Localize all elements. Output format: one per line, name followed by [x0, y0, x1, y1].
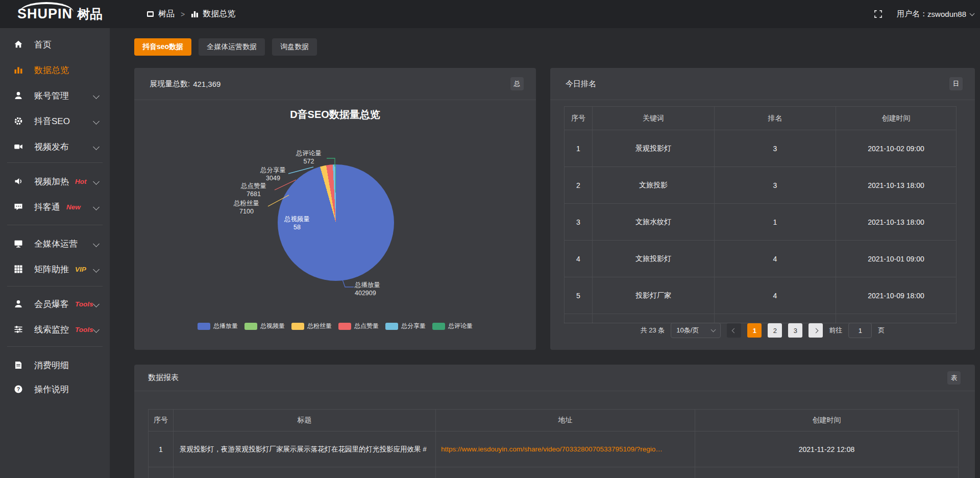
sidebar-item-instructions[interactable]: ? 操作说明	[0, 376, 110, 402]
chevron-down-icon	[93, 178, 100, 185]
page-size-select[interactable]: 10条/页	[671, 323, 721, 338]
col-rank: 排名	[715, 107, 836, 130]
breadcrumb-current[interactable]: 数据总览	[203, 9, 235, 19]
pie-label-fans: 总粉丝量7100	[229, 200, 264, 216]
sidebar-item-consumption[interactable]: 消费明细	[0, 352, 110, 378]
report-panel-header: 数据报表	[134, 365, 975, 391]
col-created: 创建时间	[695, 410, 959, 432]
pie-label-shares: 总分享量3049	[257, 166, 289, 182]
user-caret-icon	[970, 11, 975, 16]
video-title: 景观投影灯，夜游景观投影灯厂家展示展示落花灯在花园里的灯光投影应用效果 #	[174, 432, 436, 467]
chevron-down-icon	[93, 266, 100, 273]
breadcrumb-separator: >	[181, 10, 185, 18]
sidebar-item-label: 会员爆客	[34, 298, 69, 310]
sidebar-divider	[7, 346, 103, 347]
sidebar-item-clue-monitor[interactable]: 线索监控 Tools	[0, 317, 110, 342]
sidebar-item-label: 消费明细	[34, 360, 69, 371]
tab-inquiry-data[interactable]: 询盘数据	[272, 38, 317, 56]
report-panel: 数据报表 表 序号 标题 地址 创建时间 1 景观投影灯，夜游景观投影灯厂家展示…	[134, 365, 975, 478]
page-2-button[interactable]: 2	[768, 323, 782, 338]
tab-douyin-seo-data[interactable]: 抖音seo数据	[134, 38, 191, 56]
gear-icon	[14, 116, 23, 126]
pie-label-comments: 总评论量572	[291, 150, 326, 165]
ranking-title: 今日排名	[566, 79, 596, 89]
fullscreen-icon[interactable]	[874, 10, 883, 18]
col-created: 创建时间	[836, 107, 957, 130]
sidebar: 首页 数据总览 账号管理 抖音SEO 视频发布 视频加热 Hot 抖客通 New…	[0, 28, 110, 478]
new-badge: New	[66, 203, 81, 211]
table-row: 1景观投影灯32021-10-02 09:00	[565, 130, 957, 167]
vip-badge: VIP	[75, 266, 86, 273]
app-logo: SHUPIN 树品	[17, 6, 103, 22]
sidebar-item-home[interactable]: 首页	[0, 32, 110, 57]
heat-speaker-icon	[14, 177, 23, 186]
page-1-button[interactable]: 1	[747, 323, 762, 338]
ranking-table: 序号 关键词 排名 创建时间 1景观投影灯32021-10-02 09:00 2…	[564, 106, 957, 323]
breadcrumb-root[interactable]: 树品	[158, 9, 175, 19]
sidebar-item-label: 线索监控	[34, 324, 69, 336]
goto-label: 前往	[829, 326, 842, 335]
breadcrumb: 树品 > 数据总览	[146, 0, 235, 28]
sidebar-divider	[7, 162, 103, 163]
sidebar-item-video-heat[interactable]: 视频加热 Hot	[0, 169, 110, 194]
member-icon	[14, 299, 23, 308]
col-keyword: 关键词	[593, 107, 715, 130]
page-3-button[interactable]: 3	[788, 323, 802, 338]
sidebar-item-data-overview[interactable]: 数据总览	[0, 57, 110, 83]
svg-text:?: ?	[17, 386, 20, 392]
prev-page-button[interactable]	[727, 323, 741, 338]
sidebar-item-label: 账号管理	[34, 90, 69, 102]
logo-arc	[19, 2, 74, 12]
chevron-down-icon	[93, 118, 100, 125]
sidebar-item-douyin-seo[interactable]: 抖音SEO	[0, 108, 110, 134]
user-menu[interactable]: 用户名： zswodun88	[897, 9, 974, 19]
col-title: 标题	[174, 410, 436, 432]
video-link[interactable]: https://www.iesdouyin.com/share/video/70…	[441, 445, 663, 453]
username-label: 用户名：	[897, 9, 927, 19]
sidebar-item-account[interactable]: 账号管理	[0, 83, 110, 108]
table-row: 3文旅水纹灯12021-10-13 18:00	[565, 204, 957, 241]
user-icon	[14, 91, 23, 100]
table-row: 1 景观投影灯，夜游景观投影灯厂家展示展示落花灯在花园里的灯光投影应用效果 # …	[149, 432, 959, 467]
sidebar-item-label: 抖音SEO	[34, 115, 70, 127]
sidebar-item-member[interactable]: 会员爆客 Tools	[0, 291, 110, 317]
table-row: 4文旅投影灯42021-10-01 09:00	[565, 241, 957, 277]
pie-label-videos: 总视频量58	[281, 216, 313, 231]
sidebar-divider	[7, 286, 103, 286]
sliders-icon	[14, 325, 23, 334]
chevron-right-icon	[813, 328, 818, 333]
tab-media-operation-data[interactable]: 全媒体运营数据	[199, 38, 265, 56]
report-table: 序号 标题 地址 创建时间 1 景观投影灯，夜游景观投影灯厂家展示展示落花灯在花…	[148, 409, 959, 478]
table-header-row: 序号 标题 地址 创建时间	[149, 410, 959, 432]
sidebar-item-video-publish[interactable]: 视频发布	[0, 134, 110, 159]
chevron-down-icon	[93, 326, 100, 333]
sidebar-item-label: 视频加热	[34, 176, 69, 187]
grid-icon	[14, 265, 23, 274]
chevron-down-icon	[93, 144, 100, 150]
video-camera-icon	[14, 142, 23, 151]
next-page-button[interactable]	[808, 323, 823, 338]
sidebar-item-label: 抖客通	[34, 201, 60, 213]
table-row: 2文旅投影32021-10-13 18:00	[565, 167, 957, 204]
username-value: zswodun88	[927, 10, 966, 18]
app-icon	[146, 10, 154, 18]
help-icon: ?	[14, 385, 23, 394]
sidebar-item-douketong[interactable]: 抖客通 New	[0, 194, 110, 220]
chat-bubble-icon	[14, 202, 23, 211]
col-url: 地址	[436, 410, 695, 432]
tools-badge: Tools	[75, 326, 93, 333]
sidebar-item-label: 矩阵助推	[34, 264, 69, 275]
chevron-down-icon	[93, 301, 100, 307]
table-badge-button[interactable]: 表	[947, 371, 961, 385]
sidebar-item-label: 数据总览	[34, 64, 69, 76]
chevron-down-icon	[93, 92, 100, 99]
page-unit-label: 页	[878, 326, 885, 335]
sidebar-item-label: 首页	[34, 39, 52, 51]
sidebar-item-media-operation[interactable]: 全媒体运营	[0, 231, 110, 256]
day-badge-button[interactable]: 日	[949, 77, 963, 90]
goto-page-input[interactable]: 1	[848, 323, 872, 338]
ranking-panel: 今日排名 日 序号 关键词 排名 创建时间 1景观投影灯32021-10-02 …	[550, 68, 975, 350]
ranking-panel-header: 今日排名	[550, 68, 975, 100]
total-count: 共 23 条	[641, 326, 665, 335]
sidebar-item-matrix-boost[interactable]: 矩阵助推 VIP	[0, 256, 110, 282]
